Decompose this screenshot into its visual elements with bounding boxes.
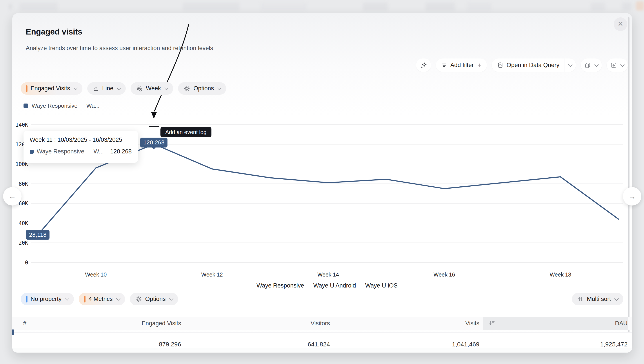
data-point-badge: 28,118 <box>26 230 50 240</box>
background-blur-item <box>260 3 306 10</box>
chart-options-selector[interactable]: Options <box>178 82 226 95</box>
chevron-down-icon <box>116 296 120 301</box>
chevron-down-icon <box>164 86 168 90</box>
vertical-scrollbar[interactable] <box>628 17 630 350</box>
previous-chart-button[interactable]: ← <box>3 187 22 206</box>
close-icon: × <box>618 19 623 28</box>
calendar-database-icon <box>136 85 143 92</box>
legend-label: Waye Responsive — Wa... <box>32 102 100 109</box>
hover-tooltip-title: Week 11 : 10/03/2025 - 16/03/2025 <box>30 136 132 143</box>
granularity-selector[interactable]: Week <box>130 82 174 95</box>
button-divider <box>564 58 564 72</box>
metrics-label: 4 Metrics <box>88 296 113 302</box>
background-blur-item <box>467 3 491 10</box>
column-header-index[interactable]: # <box>23 320 26 327</box>
ai-assistant-button[interactable] <box>416 58 431 72</box>
column-header-visits[interactable]: Visits <box>392 320 479 327</box>
toolbar: Add filter + Open in Data Query <box>416 58 628 72</box>
granularity-label: Week <box>146 85 161 92</box>
chart-legend[interactable]: Waye Responsive — Wa... <box>24 102 100 109</box>
series-value: 120,268 <box>110 148 132 155</box>
series-swatch <box>30 150 34 154</box>
cell-engaged-visits: 879,296 <box>93 341 181 348</box>
chevron-down-icon <box>217 86 222 90</box>
table-options-selector[interactable]: Options <box>130 293 178 305</box>
legend-swatch <box>24 104 28 108</box>
cell-dau: 1,925,472 <box>540 341 628 348</box>
metric-accent-bar <box>26 85 28 92</box>
duplicate-button[interactable] <box>581 58 602 72</box>
gear-icon <box>183 85 190 92</box>
filter-icon <box>441 62 447 68</box>
metrics-accent-bar <box>84 296 86 302</box>
property-accent-bar <box>26 296 28 302</box>
property-selector[interactable]: No property <box>21 293 74 305</box>
chevron-down-icon <box>614 296 619 301</box>
chevron-down-icon[interactable] <box>594 62 599 67</box>
chevron-down-icon <box>117 86 121 90</box>
add-filter-plus-icon: + <box>478 62 482 69</box>
metric-selector[interactable]: Engaged Visits <box>21 82 82 95</box>
crosshair-plus-cursor[interactable] <box>149 121 159 132</box>
hover-tooltip: Week 11 : 10/03/2025 - 16/03/2025 Waye R… <box>24 131 138 163</box>
background-blur-item <box>9 4 12 10</box>
column-header-dau[interactable]: DAU <box>540 320 628 327</box>
series-name: Waye Responsive — W... <box>37 148 104 155</box>
export-button[interactable] <box>607 58 628 72</box>
arrow-left-icon: ← <box>8 192 16 201</box>
chart-type-label: Line <box>102 85 114 92</box>
open-in-data-query-button[interactable]: Open in Data Query <box>492 58 576 72</box>
background-blur-item <box>182 3 240 10</box>
column-header-visitors[interactable]: Visitors <box>242 320 330 327</box>
sparkles-icon <box>420 62 427 69</box>
hover-tooltip-row: Waye Responsive — W... 120,268 <box>30 148 132 155</box>
column-header-engaged-visits[interactable]: Engaged Visits <box>93 320 181 327</box>
background-blur-item <box>363 3 388 10</box>
multi-sort-button[interactable]: Multi sort <box>572 293 623 305</box>
background-blur-item <box>636 1 644 10</box>
background-blur-item <box>622 3 632 10</box>
property-label: No property <box>30 296 62 302</box>
page-subtitle: Analyze trends over time to assess user … <box>26 45 213 52</box>
chart-options-label: Options <box>194 85 214 92</box>
background-blur-item <box>591 3 605 10</box>
table-controls: No property 4 Metrics Options <box>21 293 178 305</box>
background-blur-item <box>19 3 58 10</box>
copy-icon <box>584 62 591 68</box>
add-filter-button[interactable]: Add filter + <box>436 58 487 72</box>
add-filter-label: Add filter <box>450 62 474 68</box>
row-color-marker <box>12 330 14 335</box>
cell-visits: 1,041,469 <box>392 341 479 348</box>
table-footer-space <box>12 348 632 352</box>
chart-type-selector[interactable]: Line <box>87 82 126 95</box>
download-icon <box>610 62 617 68</box>
chevron-down-icon <box>169 296 174 301</box>
page-title: Engaged visits <box>26 27 82 36</box>
chevron-down-icon[interactable] <box>568 62 572 67</box>
gear-icon <box>135 296 142 303</box>
database-icon <box>497 62 504 68</box>
metrics-selector[interactable]: 4 Metrics <box>79 293 125 305</box>
open-in-data-query-label: Open in Data Query <box>507 62 560 68</box>
chevron-down-icon <box>65 296 69 301</box>
multi-sort-label: Multi sort <box>587 296 611 302</box>
sort-arrows-icon <box>577 296 584 302</box>
close-button[interactable]: × <box>614 17 627 31</box>
page: Engaged visits Analyze trends over time … <box>0 0 644 364</box>
arrow-right-icon: → <box>628 192 636 201</box>
line-chart-icon <box>92 85 99 92</box>
cell-visitors: 641,824 <box>242 341 330 348</box>
sort-descending-icon[interactable] <box>488 319 496 327</box>
add-event-log-tooltip[interactable]: Add an event log <box>160 127 212 138</box>
next-chart-button[interactable]: → <box>623 187 641 206</box>
background-blur-item <box>425 3 455 10</box>
x-axis-series-title: Waye Responsive — Waye U Android — Waye … <box>31 282 623 289</box>
chart-controls: Engaged Visits Line Week <box>21 82 226 95</box>
metric-label: Engaged Visits <box>30 85 70 92</box>
chevron-down-icon <box>74 86 78 90</box>
data-point-badge: 120,268 <box>140 138 168 148</box>
chevron-down-icon[interactable] <box>620 62 625 67</box>
table-options-label: Options <box>145 296 166 302</box>
